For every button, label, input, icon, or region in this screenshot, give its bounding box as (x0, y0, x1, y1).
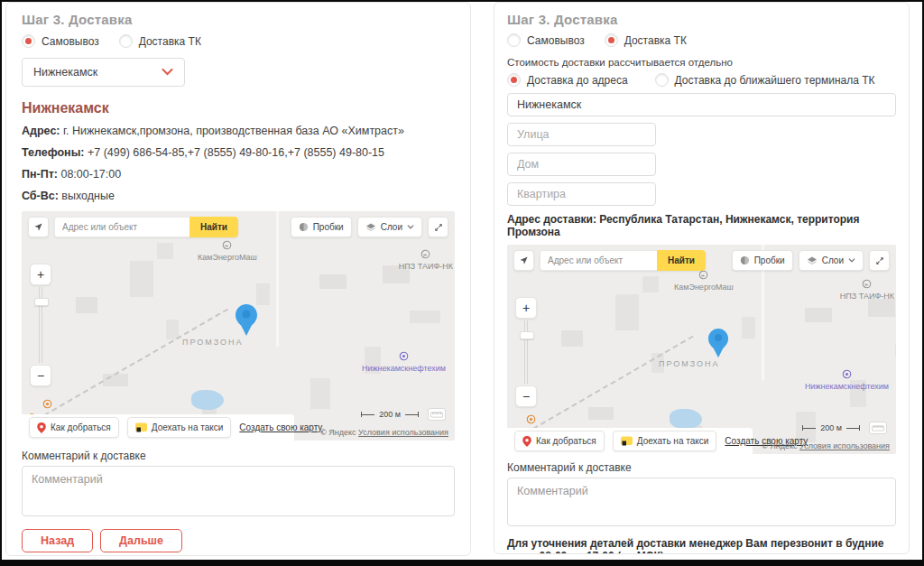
radio-pickup[interactable]: Самовывоз (507, 33, 585, 47)
city-input[interactable] (507, 93, 896, 116)
cafe-icon (29, 399, 65, 411)
zoom-slider-handle[interactable] (520, 331, 534, 339)
radio-to-terminal-dot[interactable] (655, 73, 669, 87)
route-button[interactable]: Как добраться (514, 431, 605, 451)
traffic-button[interactable]: Пробки (732, 250, 793, 271)
factory-icon (198, 240, 257, 252)
map-railway-line (525, 336, 694, 434)
fullscreen-button[interactable] (428, 217, 448, 237)
factory-icon (674, 270, 734, 282)
ruler-button[interactable] (869, 422, 887, 434)
taxi-button[interactable]: Доехать на такси (127, 417, 232, 438)
radio-to-address-dot[interactable] (507, 73, 521, 87)
address-line: Адрес: г. Нижнекамск,промзона, производс… (22, 125, 455, 138)
terms-link[interactable]: Условия использования (358, 428, 448, 437)
map-find-button[interactable]: Найти (189, 217, 238, 237)
yandex-map[interactable]: Найти Пробки Слои (507, 245, 896, 454)
radio-to-address[interactable]: Доставка до адреса (507, 73, 628, 87)
zoom-out-button[interactable]: − (30, 365, 51, 386)
radio-delivery-tk-dot[interactable] (119, 34, 133, 48)
weekdays-line: Пн-Пт: 08:00-17:00 (22, 168, 455, 181)
map-top-right-controls: Пробки Слои (732, 250, 890, 271)
zoom-in-button[interactable]: + (515, 297, 537, 319)
zoom-slider-track[interactable] (524, 320, 528, 384)
zoom-in-button[interactable]: + (30, 264, 51, 285)
radio-pickup-label: Самовывоз (42, 35, 99, 48)
ruler-icon (872, 424, 884, 432)
back-button[interactable]: Назад (22, 529, 93, 552)
traffic-button[interactable]: Пробки (291, 217, 352, 237)
yandex-map[interactable]: Найти Пробки Слои (22, 211, 455, 441)
delivery-panel: Шаг 3. Доставка Самовывоз Доставка ТК Ст… (494, 2, 910, 554)
map-search-input[interactable] (54, 217, 189, 237)
map-copyright: © Яндекс Условия использования (762, 441, 890, 450)
map-search-input[interactable] (540, 250, 657, 271)
step-title: Шаг 3. Доставка (507, 12, 896, 27)
radio-pickup[interactable]: Самовывоз (22, 34, 99, 48)
weekdays-label: Пн-Пт: (22, 168, 58, 181)
zoom-slider-track[interactable] (39, 287, 42, 363)
map-marker-icon (37, 422, 46, 433)
chevron-down-icon (407, 225, 414, 229)
traffic-icon (299, 222, 309, 232)
street-input[interactable] (507, 123, 656, 146)
map-scale-value: 200 м (820, 423, 842, 432)
map-topbar: Найти Пробки Слои (28, 217, 448, 237)
radio-pickup-label: Самовывоз (527, 34, 585, 47)
address-label: Адрес: (22, 125, 60, 137)
page: Шаг 3. Доставка Самовывоз Доставка ТК Ни… (0, 0, 924, 566)
weekend-line: Сб-Вс: выходные (22, 190, 455, 203)
map-scale: 200 м (361, 408, 446, 421)
radio-pickup-dot[interactable] (507, 33, 521, 47)
fullscreen-icon (875, 256, 884, 265)
apartment-input[interactable] (507, 182, 656, 206)
map-actions-bar: Как добраться Доехать на такси Создать с… (22, 414, 294, 441)
ruler-icon (430, 411, 443, 419)
comment-textarea[interactable] (507, 478, 896, 526)
ruler-button[interactable] (428, 408, 446, 421)
layers-button[interactable]: Слои (357, 217, 422, 237)
company-icon (362, 351, 446, 363)
radio-to-address-label: Доставка до адреса (527, 74, 628, 87)
chevron-down-icon (162, 66, 173, 79)
map-copyright: © Яндекс Условия использования (320, 428, 448, 437)
layers-icon (365, 222, 376, 233)
comment-textarea[interactable] (22, 466, 455, 516)
next-button[interactable]: Дальше (100, 529, 182, 552)
fullscreen-button[interactable] (869, 250, 890, 271)
fullscreen-icon (434, 223, 443, 232)
map-actions-bar: Как добраться Доехать на такси Создать с… (507, 428, 753, 454)
route-button[interactable]: Как добраться (29, 417, 119, 438)
map-pin[interactable] (235, 303, 258, 341)
delivery-target-radios: Доставка до адреса Доставка до ближайшег… (507, 73, 896, 87)
delivery-type-radios: Самовывоз Доставка ТК (22, 34, 455, 48)
radio-delivery-tk[interactable]: Доставка ТК (605, 33, 687, 47)
zoom-slider-handle[interactable] (34, 298, 49, 306)
map-find-button[interactable]: Найти (657, 250, 706, 271)
city-select[interactable]: Нижнекамск (22, 58, 185, 87)
city-heading: Нижнекамск (22, 100, 455, 116)
radio-pickup-dot[interactable] (22, 34, 35, 48)
map-pond (670, 409, 702, 429)
pickup-panel: Шаг 3. Доставка Самовывоз Доставка ТК Ни… (5, 2, 471, 556)
house-input[interactable] (507, 153, 656, 176)
taxi-button[interactable]: Доехать на такси (613, 431, 717, 451)
phones-value: +7 (499) 686-54-85,+7 (8555) 49-80-16,+7… (85, 146, 385, 159)
poi-neftekhim: Нижнекамскнефтехим (805, 369, 889, 391)
manager-note: Для уточнения деталей доставки менеджер … (507, 537, 896, 554)
map-pin[interactable] (707, 328, 729, 363)
zoom-out-button[interactable]: − (515, 385, 537, 407)
delivery-type-radios: Самовывоз Доставка ТК (507, 33, 896, 47)
radio-to-terminal[interactable]: Доставка до ближайшего терминала ТК (655, 73, 875, 87)
geolocation-button[interactable] (513, 250, 534, 271)
layers-button[interactable]: Слои (799, 250, 864, 271)
map-pond (191, 390, 224, 410)
taxi-icon (621, 436, 633, 447)
weekdays-value: 08:00-17:00 (58, 168, 121, 181)
terms-link[interactable]: Условия использования (799, 441, 890, 450)
geolocation-button[interactable] (28, 217, 49, 237)
radio-delivery-tk[interactable]: Доставка ТК (119, 34, 201, 48)
radio-delivery-tk-dot[interactable] (605, 33, 618, 47)
create-map-link[interactable]: Создать свою карту (239, 422, 322, 432)
radio-delivery-tk-label: Доставка ТК (139, 35, 201, 48)
